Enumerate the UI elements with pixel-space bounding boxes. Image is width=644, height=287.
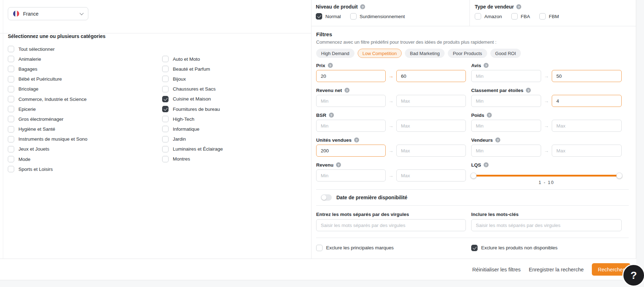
help-icon[interactable]: ? [360,4,365,9]
checkbox[interactable] [8,106,14,112]
country-select[interactable]: France [8,7,88,20]
checkbox[interactable] [350,13,357,20]
checkbox[interactable] [8,96,14,102]
min-input[interactable] [316,145,386,157]
checkbox[interactable] [162,136,169,142]
checkbox[interactable] [539,13,546,20]
category-gros-electromenager[interactable]: Gros électroménager [8,114,87,124]
preset-chip-bad-marketing[interactable]: Bad Marketing [405,49,445,58]
lqs-slider-max-handle[interactable] [616,173,622,179]
min-input[interactable] [471,145,541,157]
checkbox[interactable] [162,86,169,92]
seller-type-option-fbm[interactable]: FBM [539,12,559,20]
checkbox[interactable] [8,56,14,62]
exclusion-option-exclure-les-produits-non-disponibles[interactable]: Exclure les produits non disponibles [471,244,622,252]
checkbox[interactable] [8,46,14,52]
preset-chip-low-competition[interactable]: Low Competition [358,49,402,58]
category-tout-selectionner[interactable]: Tout sélectionner [8,44,87,54]
min-input[interactable] [471,95,541,107]
help-icon[interactable]: ? [336,162,341,167]
exclusion-option-exclure-les-principales-marques[interactable]: Exclure les principales marques [316,244,466,252]
seller-type-option-fba[interactable]: FBA [511,12,530,20]
min-input[interactable] [471,70,541,82]
checkbox[interactable] [8,156,14,162]
max-input[interactable] [396,95,466,107]
max-input[interactable] [552,120,622,132]
help-icon[interactable]: ? [484,162,489,167]
category-commerce-industrie-et-science[interactable]: Commerce, Industrie et Science [8,94,87,104]
checkbox[interactable] [8,86,14,92]
checkbox[interactable] [162,76,169,82]
category-beaute-et-parfum[interactable]: Beauté et Parfum [162,64,223,74]
lqs-slider-track[interactable] [471,175,622,177]
checkbox[interactable] [162,156,169,162]
help-icon[interactable]: ? [345,88,349,93]
category-hygiene-et-sante[interactable]: Hygiène et Santé [8,124,87,134]
checkbox[interactable] [8,166,14,172]
checkbox[interactable] [162,146,169,152]
help-icon[interactable]: ? [329,113,334,118]
category-informatique[interactable]: Informatique [162,124,223,134]
category-montres[interactable]: Montres [162,154,223,164]
min-input[interactable] [316,120,386,132]
category-jeux-et-jouets[interactable]: Jeux et Jouets [8,144,87,154]
max-input[interactable] [396,169,466,182]
category-cuisine-et-maison[interactable]: Cuisine et Maison [162,94,223,104]
category-bebe-et-puericulture[interactable]: Bébé et Puériculture [8,74,87,84]
lqs-slider-min-handle[interactable] [470,173,477,179]
max-input[interactable] [396,120,466,132]
checkbox[interactable] [8,66,14,72]
category-jardin[interactable]: Jardin [162,134,223,144]
category-epicerie[interactable]: Epicerie [8,104,87,114]
help-icon[interactable]: ? [526,88,531,93]
checkbox[interactable] [162,66,169,72]
max-input[interactable] [396,70,466,82]
checkbox[interactable] [162,106,169,112]
product-tier-option-surdimensionnement[interactable]: Surdimensionnement [350,12,405,20]
help-icon[interactable]: ? [484,63,489,68]
min-input[interactable] [471,120,541,132]
category-animalerie[interactable]: Animalerie [8,54,87,64]
min-input[interactable] [316,70,386,82]
min-input[interactable] [316,95,386,107]
preset-chip-good-roi[interactable]: Good ROI [490,49,521,58]
category-bagages[interactable]: Bagages [8,64,87,74]
checkbox[interactable] [8,136,14,142]
help-icon[interactable]: ? [516,4,521,9]
min-input[interactable] [316,169,386,182]
include-keywords-input[interactable] [471,219,622,231]
checkbox[interactable] [316,13,322,20]
max-input[interactable] [552,70,622,82]
preset-chip-poor-products[interactable]: Poor Products [448,49,487,58]
checkbox[interactable] [8,116,14,122]
checkbox[interactable] [8,76,14,82]
help-icon[interactable]: ? [495,137,500,142]
availability-toggle[interactable] [321,194,332,201]
category-fournitures-de-bureau[interactable]: Fournitures de bureau [162,104,223,114]
help-icon[interactable]: ? [487,113,492,118]
checkbox[interactable] [316,245,323,251]
checkbox[interactable] [162,56,169,62]
max-input[interactable] [396,145,466,157]
save-search-button[interactable]: Enregistrer la recherche [529,267,584,272]
seller-type-option-amazon[interactable]: Amazon [475,12,502,20]
checkbox[interactable] [162,116,169,122]
category-auto-et-moto[interactable]: Auto et Moto [162,54,223,64]
lqs-slider[interactable] [471,172,622,179]
category-high-tech[interactable]: High-Tech [162,114,223,124]
category-bijoux[interactable]: Bijoux [162,74,223,84]
preset-chip-high-demand[interactable]: High Demand [316,49,354,58]
checkbox[interactable] [475,13,481,20]
checkbox[interactable] [8,146,14,152]
help-icon[interactable]: ? [354,137,359,142]
max-input[interactable] [552,95,622,107]
reset-filters-button[interactable]: Réinitialiser les filtres [472,267,521,272]
category-instruments-de-musique-et-sono[interactable]: Instruments de musique et Sono [8,134,87,144]
checkbox[interactable] [162,96,169,102]
category-bricolage[interactable]: Bricolage [8,84,87,94]
checkbox[interactable] [8,126,14,132]
help-button[interactable]: ? [622,264,644,287]
checkbox[interactable] [471,245,478,251]
product-tier-option-normal[interactable]: Normal [316,12,341,20]
category-mode[interactable]: Mode [8,154,87,164]
